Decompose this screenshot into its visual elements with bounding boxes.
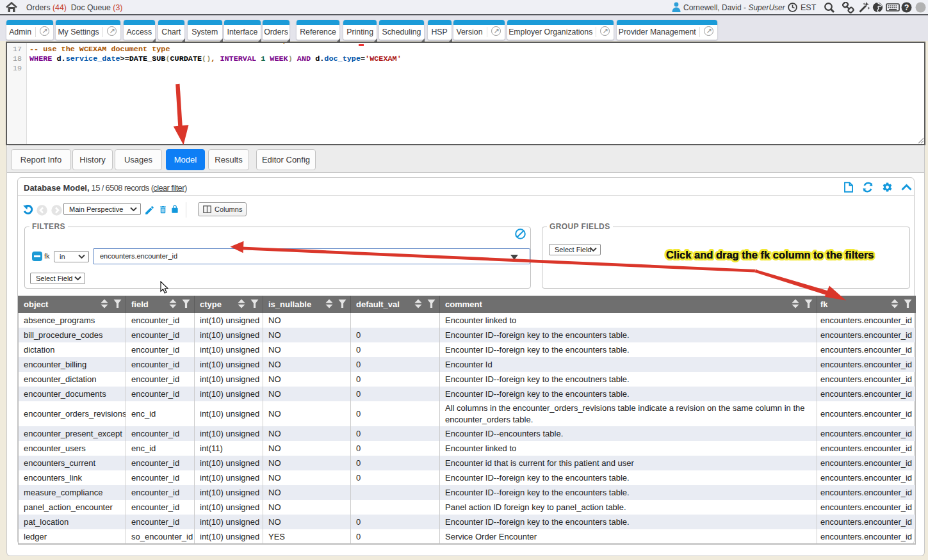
svg-text:Click and drag the fk column t: Click and drag the fk column to the filt… xyxy=(666,249,874,260)
svg-text:?: ? xyxy=(904,3,909,12)
